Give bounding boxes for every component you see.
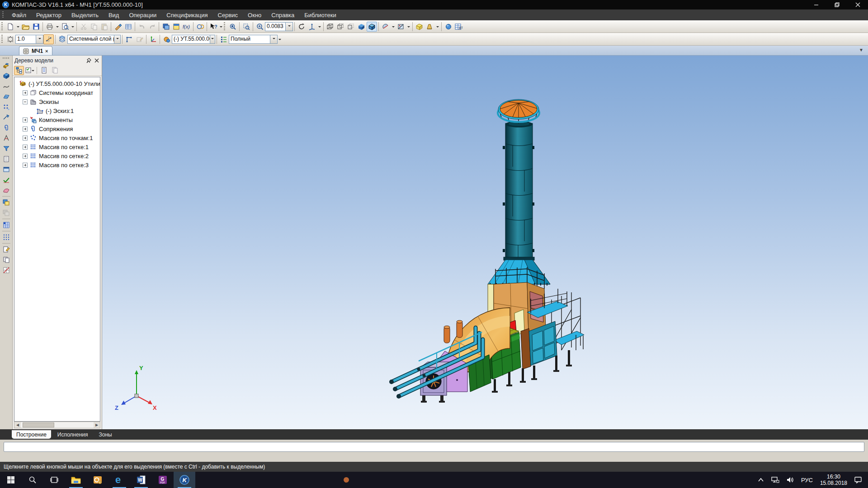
detail-level-button[interactable] (218, 34, 229, 44)
perspective-button[interactable] (425, 22, 435, 32)
undo-button[interactable] (137, 22, 147, 32)
state-toolbar-overflow[interactable] (278, 37, 281, 42)
section-display-button[interactable] (380, 22, 391, 32)
new-document-button[interactable] (5, 22, 15, 32)
solid-tool-button[interactable] (1, 71, 11, 80)
tab-strip-overflow-icon[interactable]: ▼ (859, 47, 863, 52)
taskbar-item-outlook[interactable] (87, 472, 108, 488)
copy-documents-button[interactable] (1, 255, 11, 264)
report-tool-button[interactable] (1, 165, 11, 174)
section-zone-button[interactable] (396, 22, 406, 32)
mates-tool-button[interactable] (1, 123, 11, 132)
cut-button[interactable] (78, 22, 89, 32)
copy-button[interactable] (89, 22, 99, 32)
orientation-button[interactable] (307, 22, 317, 32)
array-tool-button[interactable] (1, 103, 11, 112)
tree-report-button[interactable] (50, 66, 60, 75)
context-help-button[interactable]: ? (208, 22, 219, 32)
sketch-edit-button[interactable] (134, 34, 145, 44)
perspective-dropdown[interactable] (435, 22, 440, 32)
panel-tab-versions[interactable]: Исполнения (53, 430, 93, 439)
snap-toggle-button[interactable] (43, 34, 54, 44)
wireframe-button[interactable] (325, 22, 335, 32)
tray-clock[interactable]: 16:30 15.08.2018 (817, 472, 850, 488)
tree-item-grid-array-1[interactable]: Массив по сетке:1 (14, 142, 100, 151)
window-list-button[interactable] (171, 22, 181, 32)
layout-windows-disabled-button[interactable] (1, 208, 11, 217)
document-tab[interactable]: МЧ1 × (19, 46, 52, 55)
menu-item-editor[interactable]: Редактор (31, 9, 66, 20)
surface-tool-button[interactable] (1, 92, 11, 101)
panel-tab-construction[interactable]: Построение (12, 430, 51, 439)
zoom-scale-dropdown[interactable] (285, 23, 292, 31)
compact-panel-grip[interactable] (3, 57, 10, 59)
taskbar-item-notification-dot[interactable] (335, 472, 357, 488)
minimize-button[interactable] (806, 0, 826, 9)
transparency-button[interactable] (414, 22, 425, 32)
document-tab-close-icon[interactable]: × (45, 48, 48, 54)
tree-item-sketch-1[interactable]: (-) Эскиз:1 (14, 106, 100, 115)
dot-grid-button[interactable] (1, 233, 11, 242)
expand-icon[interactable] (23, 117, 28, 122)
orientation-dropdown[interactable] (317, 22, 322, 32)
direction-tool-button[interactable] (1, 113, 11, 122)
tray-language-indicator[interactable]: РУС (798, 472, 816, 488)
expand-icon[interactable] (23, 154, 28, 159)
menu-item-operations[interactable]: Операции (124, 9, 161, 20)
print-preview-button[interactable] (60, 22, 70, 32)
check-dimension-button[interactable] (1, 175, 11, 184)
hidden-lines-thin-button[interactable] (346, 22, 356, 32)
tree-item-grid-array-3[interactable]: Массив по сетке:3 (14, 160, 100, 169)
tree-item-grid-array-2[interactable]: Массив по сетке:2 (14, 151, 100, 160)
tray-volume-button[interactable] (783, 472, 797, 488)
expand-icon[interactable] (23, 145, 28, 150)
expand-icon[interactable] (23, 90, 28, 95)
section-dropdown[interactable] (391, 22, 396, 32)
measure-tool-button[interactable] (1, 134, 11, 143)
display-mode-dropdown[interactable] (270, 35, 277, 43)
current-model-dropdown[interactable] (210, 35, 215, 43)
print-button[interactable] (44, 22, 55, 32)
simplifications-button[interactable] (443, 22, 453, 32)
start-button[interactable] (0, 472, 22, 488)
tree-item-sketches[interactable]: Эскизы (14, 97, 100, 106)
current-model-button[interactable] (161, 34, 172, 44)
report-edit-button[interactable] (1, 245, 11, 254)
pin-panel-icon[interactable] (85, 57, 92, 64)
expand-icon[interactable] (23, 163, 28, 168)
tree-composition-button[interactable] (39, 66, 49, 75)
tree-structure-button[interactable] (14, 66, 24, 75)
scroll-right-icon[interactable]: ▶ (94, 422, 100, 428)
sketch-mode-button[interactable] (124, 34, 134, 44)
redo-button[interactable] (147, 22, 157, 32)
local-cs-button[interactable] (148, 34, 158, 44)
panel-tab-zones[interactable]: Зоны (94, 430, 117, 439)
menu-item-view[interactable]: Вид (104, 9, 124, 20)
scrollbar-thumb[interactable] (23, 422, 54, 427)
tree-filter-button[interactable] (25, 66, 35, 75)
tree-item-mates[interactable]: Сопряжения (14, 124, 100, 133)
current-layer-dropdown[interactable] (114, 35, 120, 43)
collapse-icon[interactable] (23, 99, 28, 104)
spline-tool-button[interactable] (1, 82, 11, 91)
toolbar-grip[interactable] (1, 22, 3, 31)
tree-item-root-assembly[interactable]: (-) УТ.55.000.000-10 Утилизация (14, 79, 100, 88)
task-view-button[interactable] (43, 472, 65, 488)
tray-expand-button[interactable] (755, 472, 767, 488)
current-layer-combo[interactable]: Системный слой (0) (67, 35, 121, 44)
menu-item-libraries[interactable]: Библиотеки (299, 9, 341, 20)
close-panel-icon[interactable] (94, 57, 100, 64)
current-step-dropdown[interactable] (36, 35, 43, 43)
dt-grid-button[interactable]: ДТ (453, 22, 464, 32)
message-input-bar[interactable] (4, 442, 864, 452)
grid-table-button[interactable] (1, 221, 11, 230)
current-step-combo[interactable]: 1.0 (15, 35, 43, 44)
links-button[interactable] (195, 22, 205, 32)
tray-network-button[interactable] (768, 472, 783, 488)
restore-button[interactable] (826, 0, 847, 9)
copy-properties-button[interactable] (113, 22, 123, 32)
shell-tool-button[interactable] (1, 186, 11, 195)
spreadsheet-button[interactable] (123, 22, 133, 32)
taskbar-item-edge[interactable]: e (108, 472, 130, 488)
tree-item-point-array[interactable]: Массив по точкам:1 (14, 133, 100, 142)
